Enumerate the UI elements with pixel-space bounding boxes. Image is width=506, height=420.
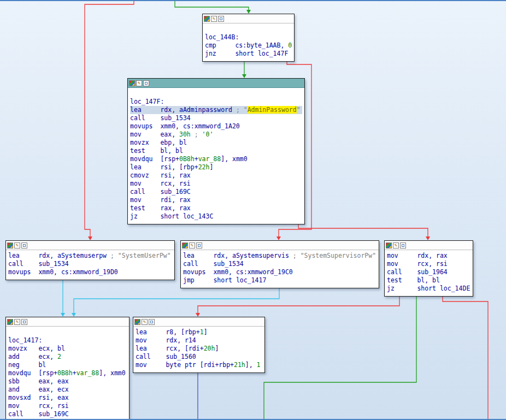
asm-token: ;	[195, 131, 202, 138]
asm-line[interactable]: mov byte ptr [rdi+rbp+21h], 1	[136, 361, 262, 369]
node-group-icon[interactable]	[149, 319, 155, 325]
asm-line[interactable]: mov rdi, rax	[130, 196, 302, 204]
node-group-icon[interactable]	[218, 16, 224, 22]
node-edit-icon[interactable]: ✎	[211, 16, 217, 22]
node-group-icon[interactable]	[21, 242, 27, 249]
node-color-icon[interactable]	[182, 242, 188, 249]
asm-token: 0	[288, 42, 292, 49]
asm-line[interactable]: movdqu [rsp+0B8h+var_88], xmm0	[8, 369, 127, 377]
basic-block-sub_1560_call[interactable]: ✎lea r8, [rbp+1]mov rdx, r14lea rcx, [rd…	[133, 317, 265, 373]
asm-token: movdqu [rsp+	[130, 155, 179, 163]
asm-token: ],	[245, 361, 257, 369]
graph-view-canvas[interactable]: ✎ loc_144B:cmp cs:byte_1AAB, 0jnz short …	[0, 0, 506, 420]
asm-line[interactable]: call sub_1964	[387, 268, 470, 276]
node-group-icon[interactable]	[143, 80, 149, 86]
asm-line[interactable]	[130, 90, 302, 98]
node-edit-icon[interactable]: ✎	[393, 242, 399, 249]
asm-line[interactable]: call sub_1534	[8, 260, 172, 268]
nodes-layer: ✎ loc_144B:cmp cs:byte_1AAB, 0jnz short …	[0, 0, 506, 420]
node-code: loc_144B:cmp cs:byte_1AAB, 0jnz short lo…	[203, 23, 294, 61]
asm-token: ; "SystemSupervisorPw"	[293, 252, 376, 259]
asm-line[interactable]: jz short loc_14DE	[387, 285, 470, 293]
asm-token: ]	[215, 345, 219, 352]
asm-line[interactable]: neg bl	[8, 361, 127, 369]
asm-line[interactable]: cmp cs:byte_1AAB, 0	[205, 42, 292, 50]
asm-line[interactable]	[205, 25, 292, 33]
asm-line[interactable]: lea rcx, [rdi+20h]	[136, 345, 262, 353]
asm-line[interactable]: movups xmm0, cs:xmmword_1A20	[130, 122, 302, 131]
asm-token: neg bl	[8, 361, 46, 369]
asm-token: jnz short loc_147F	[205, 50, 288, 57]
asm-line[interactable]: loc_147F:	[130, 98, 302, 106]
node-group-icon[interactable]	[196, 242, 202, 249]
node-group-icon[interactable]	[21, 319, 27, 325]
asm-line[interactable]: test bl, bl	[387, 276, 470, 285]
asm-line[interactable]: movdqu [rsp+0B8h+var_88], xmm0	[130, 155, 302, 163]
node-color-icon[interactable]	[134, 319, 140, 325]
node-color-icon[interactable]	[129, 80, 135, 86]
basic-block-systemsupervisorpw[interactable]: ✎lea rdx, aSystemsupervis ; "SystemSuper…	[180, 240, 379, 288]
node-edit-icon[interactable]: ✎	[136, 80, 142, 86]
asm-token: lea r8, [rbp+	[136, 328, 200, 336]
asm-line[interactable]: cmovz rsi, rax	[130, 171, 302, 180]
asm-line[interactable]: lea r8, [rbp+1]	[136, 328, 262, 336]
asm-line[interactable]: add ecx, 2	[8, 353, 127, 361]
asm-line[interactable]: mov eax, 30h ; '0'	[130, 131, 302, 139]
asm-line[interactable]: call sub_1560	[136, 353, 262, 361]
asm-line[interactable]: mov rdx, rax	[387, 252, 470, 260]
node-code: loc_147F:lea rdx, aAdminpassword ; "Admi…	[128, 88, 304, 224]
basic-block-sub_1964_call[interactable]: ✎mov rdx, raxmov rcx, rsicall sub_1964te…	[384, 240, 473, 297]
asm-token: mov rcx, rsi	[130, 180, 191, 187]
asm-line[interactable]: jmp short loc_1417	[183, 276, 376, 285]
basic-block-systemuserpw[interactable]: ✎lea rdx, aSystemuserpw ; "SystemUserPw"…	[5, 240, 175, 280]
asm-line[interactable]: test bl, bl	[130, 147, 302, 155]
asm-line[interactable]: call sub_1534	[183, 260, 376, 268]
basic-block-loc_1417[interactable]: ✎ loc_1417:movzx ecx, bladd ecx, 2neg bl…	[5, 317, 130, 420]
asm-line[interactable]: test rax, rax	[130, 204, 302, 212]
asm-token: 1	[200, 328, 204, 336]
asm-line[interactable]: lea rsi, [rbp+22h]	[130, 163, 302, 171]
node-edit-icon[interactable]: ✎	[189, 242, 195, 249]
node-code: lea r8, [rbp+1]mov rdx, r14lea rcx, [rdi…	[133, 327, 264, 372]
basic-block-loc_144B[interactable]: ✎ loc_144B:cmp cs:byte_1AAB, 0jnz short …	[202, 14, 295, 62]
asm-line[interactable]: movups xmm0, cs:xmmword_19C0	[183, 268, 376, 276]
asm-line[interactable]: sbb eax, eax	[8, 377, 127, 386]
asm-line[interactable]: mov rcx, rsi	[130, 180, 302, 188]
asm-line[interactable]: movups xmm0, cs:xmmword_19D0	[8, 268, 172, 276]
node-group-icon-frame	[220, 17, 222, 20]
asm-line[interactable]: jz short loc_143C	[130, 212, 302, 221]
asm-line[interactable]: mov rcx, rsi	[387, 260, 470, 268]
asm-line[interactable]: loc_1417:	[8, 336, 127, 345]
basic-block-loc_147F[interactable]: ✎ loc_147F:lea rdx, aAdminpassword ; "Ad…	[127, 78, 305, 224]
asm-line[interactable]: call sub_169C	[8, 410, 127, 418]
node-color-icon[interactable]	[204, 16, 210, 22]
asm-line[interactable]: mov rcx, rsi	[8, 402, 127, 410]
asm-token: call sub_1534	[8, 260, 69, 268]
node-color-icon[interactable]	[386, 242, 392, 249]
asm-line[interactable]: call sub_1534	[130, 114, 302, 122]
asm-line[interactable]: movzx ecx, bl	[8, 345, 127, 353]
asm-line[interactable]: call sub_169C	[130, 188, 302, 196]
node-color-icon[interactable]	[7, 242, 13, 249]
asm-line[interactable]: and eax, ecx	[8, 386, 127, 394]
asm-token: ], xmm0	[221, 155, 247, 163]
asm-token: ], xmm0	[99, 369, 125, 377]
asm-line[interactable]	[8, 328, 127, 336]
node-color-icon[interactable]	[7, 319, 13, 325]
asm-line[interactable]: lea rdx, aSystemsupervis ; "SystemSuperv…	[183, 252, 376, 260]
asm-line[interactable]: mov rdx, r14	[136, 336, 262, 345]
asm-line[interactable]: jnz short loc_147F	[205, 50, 292, 58]
asm-line[interactable]: movsxd rsi, eax	[8, 394, 127, 402]
asm-token: call sub_1560	[136, 353, 196, 360]
asm-line[interactable]: movzx ebp, bl	[130, 139, 302, 147]
node-edit-icon[interactable]: ✎	[14, 319, 20, 325]
asm-token: call sub_169C	[130, 188, 191, 196]
node-edit-icon[interactable]: ✎	[142, 319, 148, 325]
node-group-icon[interactable]	[400, 242, 406, 249]
asm-line[interactable]: lea rdx, aSystemuserpw ; "SystemUserPw"	[8, 252, 172, 260]
node-edit-icon[interactable]: ✎	[14, 242, 20, 249]
asm-line[interactable]: lea rdx, aAdminpassword ; "AdminPassword…	[130, 106, 302, 114]
node-group-icon-frame	[23, 321, 26, 323]
asm-line[interactable]: loc_144B:	[205, 33, 292, 42]
node-title-bar: ✎	[203, 14, 294, 23]
